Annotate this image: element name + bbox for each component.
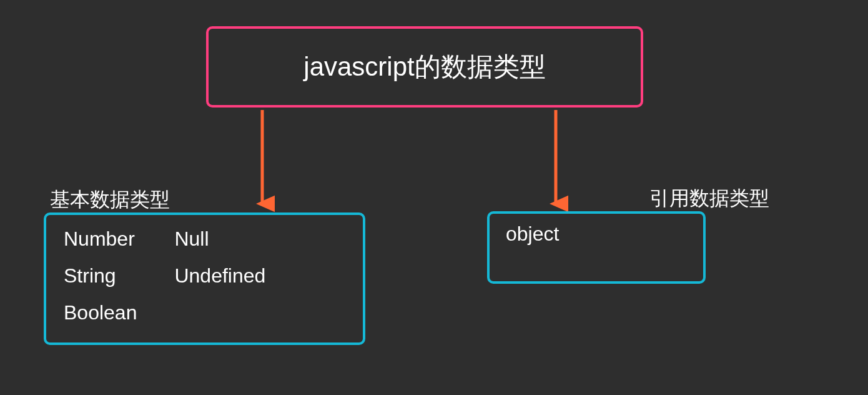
type-undefined: Undefined: [174, 264, 265, 288]
reference-types-box: object: [487, 211, 706, 284]
type-null: Null: [174, 228, 265, 251]
reference-types-label: 引用数据类型: [649, 185, 769, 212]
primitive-types-box: Number String Boolean Null Undefined: [44, 212, 365, 345]
arrow-left: [250, 110, 275, 216]
type-boolean: Boolean: [64, 301, 137, 324]
root-title: javascript的数据类型: [303, 49, 545, 84]
type-object: object: [506, 222, 559, 245]
type-string: String: [64, 264, 137, 288]
primitive-types-col1: Number String Boolean: [64, 228, 137, 330]
type-number: Number: [64, 228, 137, 251]
arrow-right: [543, 110, 568, 216]
root-node: javascript的数据类型: [206, 26, 643, 108]
primitive-types-label: 基本数据类型: [50, 186, 170, 214]
primitive-types-col2: Null Undefined: [174, 228, 265, 330]
